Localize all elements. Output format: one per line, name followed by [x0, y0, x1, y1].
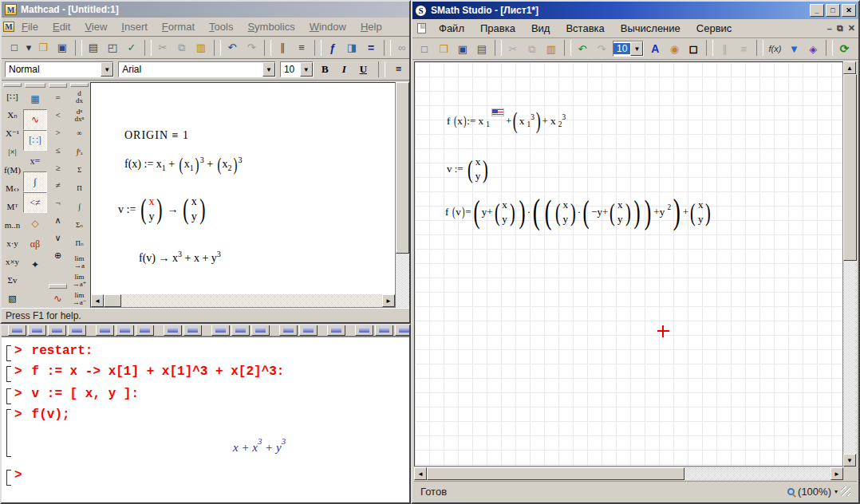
toolbar-button[interactable]: [48, 325, 66, 336]
toolbar-button[interactable]: [164, 325, 182, 336]
mathcad-worksheet[interactable]: ORIGIN ≡ 1 f(x) := x1 + (x1)3 + (x2)3 v …: [90, 82, 396, 308]
smath-menu-item[interactable]: Сервис: [688, 21, 740, 36]
spell-check-icon[interactable]: ✓: [122, 39, 141, 57]
boolean-palette-button[interactable]: =: [47, 89, 69, 106]
code-text[interactable]: f := x -> x[1] + x[1]^3 + x[2]^3:: [22, 364, 285, 379]
toolbar-button[interactable]: [319, 325, 325, 336]
greek-palette-icon[interactable]: αβ: [23, 234, 47, 254]
insert-function-icon[interactable]: f(x): [765, 40, 784, 57]
matrix-palette-button[interactable]: x·y: [2, 234, 23, 253]
mdi-minimize-button[interactable]: –: [827, 24, 832, 33]
scrollbar-thumb[interactable]: [104, 294, 121, 307]
style-combobox[interactable]: Normal ▼: [5, 61, 114, 77]
calculus-palette-button[interactable]: d dx: [69, 88, 90, 106]
toolbar-button[interactable]: [279, 325, 298, 336]
code-text[interactable]: v := [ x, y ]:: [22, 387, 139, 401]
separator[interactable]: [826, 40, 833, 56]
calculus-palette-button[interactable]: ∫ᵇₐ: [69, 143, 90, 161]
matrix-palette-button[interactable]: X⁻¹: [2, 124, 23, 143]
paste-icon[interactable]: ▥: [542, 40, 561, 57]
new-icon[interactable]: □: [415, 40, 434, 57]
scroll-right-icon[interactable]: ►: [830, 467, 843, 480]
calculus-palette-button[interactable]: Σ: [69, 161, 90, 179]
code-text[interactable]: f(v);: [22, 408, 70, 422]
mathcad-menu-item[interactable]: Help: [353, 19, 389, 34]
calculus-palette-button[interactable]: Σₙ: [69, 216, 90, 234]
smath-menu-item[interactable]: Вставка: [558, 21, 612, 36]
separator[interactable]: [706, 40, 713, 56]
evaluation-palette-icon[interactable]: x=: [23, 151, 47, 171]
maple-input-line[interactable]: >restart:: [6, 344, 93, 361]
chevron-down-icon[interactable]: ▼: [630, 41, 643, 56]
calculator-palette-icon[interactable]: ▦: [23, 89, 47, 109]
copy-icon[interactable]: ⧉: [523, 40, 542, 57]
matrix-palette-icon[interactable]: [∷]: [23, 130, 47, 151]
mathcad-menu-item[interactable]: View: [77, 19, 114, 34]
separator[interactable]: [75, 40, 82, 56]
italic-button[interactable]: I: [337, 61, 352, 77]
open-icon[interactable]: ❒: [34, 39, 53, 57]
smath-menu-item[interactable]: Вычисление: [613, 21, 688, 36]
smath-menu-item[interactable]: Файл: [431, 21, 472, 36]
mdi-close-button[interactable]: ✕: [848, 23, 855, 33]
calculus-palette-button[interactable]: ∫: [69, 198, 90, 216]
separator[interactable]: [495, 40, 502, 56]
maple-worksheet[interactable]: >restart: >f := x -> x[1] + x[1]^3 + x[2…: [2, 337, 409, 502]
cut-icon[interactable]: ✂: [503, 40, 523, 57]
separator[interactable]: [264, 40, 271, 56]
maple-input-line[interactable]: >: [6, 468, 22, 486]
save-icon[interactable]: ▣: [453, 40, 472, 57]
palette-handle[interactable]: [49, 284, 67, 289]
underline-button[interactable]: U: [356, 61, 371, 77]
zoom-level[interactable]: (100%): [798, 486, 831, 498]
scroll-up-icon[interactable]: ▲: [843, 61, 856, 74]
separator[interactable]: [564, 40, 571, 56]
vector-definition[interactable]: v := (xy) → (xy): [118, 195, 207, 225]
palette-handle[interactable]: [3, 83, 22, 87]
toolbar-button[interactable]: [8, 325, 26, 336]
font-size-combobox[interactable]: 10 ▼: [613, 41, 644, 57]
print-icon[interactable]: ▤: [472, 40, 491, 57]
toolbar-button[interactable]: [96, 325, 114, 336]
resize-grip[interactable]: [841, 486, 850, 496]
scroll-down-icon[interactable]: ▼: [843, 454, 856, 467]
separator[interactable]: [144, 40, 152, 56]
palette-handle[interactable]: [70, 83, 89, 87]
boolean-palette-button[interactable]: ⊕: [47, 246, 69, 264]
calculus-palette-button[interactable]: lim →a: [69, 253, 90, 271]
chevron-down-icon[interactable]: ▾: [834, 488, 838, 495]
toolbar-button[interactable]: [347, 325, 353, 336]
matrix-palette-button[interactable]: x×y: [2, 253, 23, 271]
font-combobox[interactable]: Arial ▼: [118, 61, 276, 77]
mathcad-menu-item[interactable]: Edit: [45, 19, 77, 34]
matrix-palette-button[interactable]: m..n: [2, 216, 23, 234]
worksheet-horizontal-scrollbar[interactable]: ◄ ►: [91, 294, 395, 307]
print-icon[interactable]: ▤: [84, 39, 103, 57]
origin-definition[interactable]: ORIGIN ≡ 1: [124, 129, 189, 142]
insert-function-icon[interactable]: ƒ: [323, 39, 342, 57]
font-size-combobox[interactable]: 10 ▼: [280, 61, 314, 77]
border-icon[interactable]: ◻: [684, 40, 703, 57]
scrollbar-thumb[interactable]: [427, 467, 684, 480]
insert-unit-icon[interactable]: ◨: [342, 39, 361, 57]
scroll-left-icon[interactable]: ◄: [414, 467, 427, 480]
maple-input-line[interactable]: >f(v);: [6, 408, 70, 459]
mathcad-title-bar[interactable]: M Mathcad - [Untitled:1]: [2, 2, 409, 18]
toolbar-button[interactable]: [88, 325, 94, 336]
smath-title-bar[interactable]: S SMath Studio - [Лист1*] _ □ ✕: [412, 2, 858, 19]
boolean-palette-button[interactable]: ≤: [47, 141, 69, 159]
calculus-palette-button[interactable]: ∞: [69, 124, 90, 143]
undo-icon[interactable]: ↶: [223, 39, 242, 57]
font-color-icon[interactable]: A: [645, 40, 665, 57]
chevron-down-icon[interactable]: ▼: [262, 62, 275, 77]
matrix-palette-button[interactable]: ▧: [2, 289, 23, 308]
calculate-icon[interactable]: =: [361, 39, 381, 57]
symbolic-palette-icon[interactable]: ✦: [23, 254, 47, 275]
palette-handle[interactable]: [25, 83, 45, 88]
scrollbar-thumb[interactable]: [843, 74, 857, 261]
chevron-down-icon[interactable]: ▼: [300, 62, 313, 77]
save-icon[interactable]: ▣: [53, 39, 72, 57]
boolean-palette-button[interactable]: ∨: [47, 229, 69, 246]
separator[interactable]: [756, 40, 763, 56]
bold-button[interactable]: B: [318, 61, 333, 77]
